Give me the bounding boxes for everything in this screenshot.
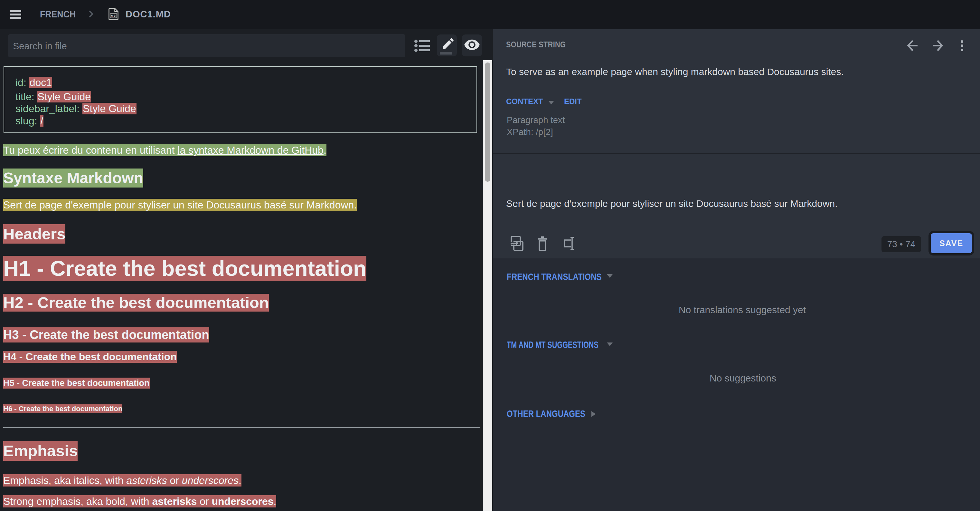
svg-text:M: M xyxy=(111,14,113,18)
